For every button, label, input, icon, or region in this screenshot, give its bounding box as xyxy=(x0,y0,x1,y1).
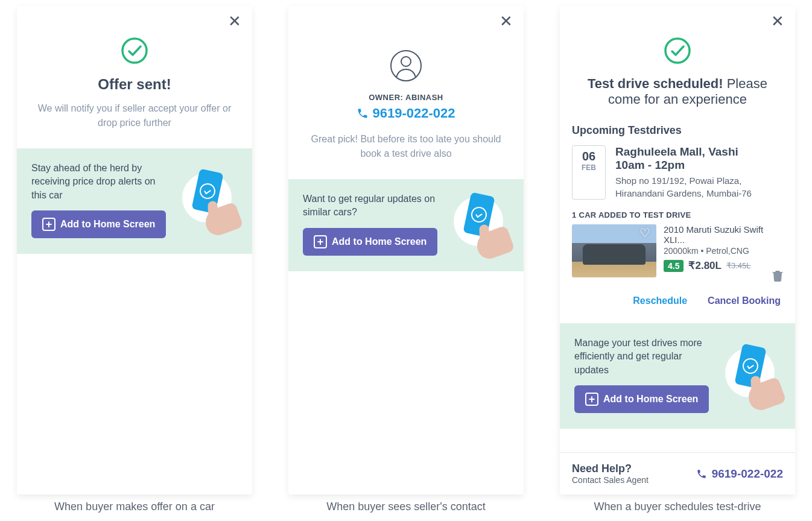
date-day: 06 xyxy=(573,150,605,163)
add-to-home-button[interactable]: + Add to Home Screen xyxy=(303,228,437,256)
add-to-home-button[interactable]: + Add to Home Screen xyxy=(31,210,166,238)
delete-button[interactable] xyxy=(772,270,783,283)
phone-link[interactable]: 9619-022-022 xyxy=(306,106,506,121)
price-current: ₹2.80L xyxy=(688,259,721,272)
close-button[interactable]: ✕ xyxy=(771,13,784,29)
upcoming-heading: Upcoming Testdrives xyxy=(572,124,783,137)
phone-icon xyxy=(696,469,707,479)
help-bar: Need Help? Contact Sales Agent 9619-022-… xyxy=(560,452,795,494)
testdrive-row: 06 FEB Raghuleela Mall, Vashi 10am - 12p… xyxy=(572,145,783,200)
promo-banner: Stay ahead of the herd by receiving pric… xyxy=(17,148,252,254)
car-thumbnail[interactable]: ♡ xyxy=(572,224,656,277)
header-section: Test drive scheduled! Please come for an… xyxy=(560,6,795,124)
cancel-booking-button[interactable]: Cancel Booking xyxy=(708,295,781,306)
close-button[interactable]: ✕ xyxy=(500,13,513,29)
phone-number: 9619-022-022 xyxy=(372,106,455,121)
hand-phone-illustration xyxy=(722,346,781,405)
cta-label: Add to Home Screen xyxy=(60,219,155,230)
add-to-home-button[interactable]: + Add to Home Screen xyxy=(574,385,709,413)
success-check-icon xyxy=(663,36,692,65)
help-phone-number: 9619-022-022 xyxy=(712,467,783,481)
card-title: Test drive scheduled! Please come for an… xyxy=(578,76,777,107)
card-subtitle: Great pick! But before its too late you … xyxy=(306,132,506,161)
hand-phone-illustration xyxy=(179,171,238,230)
promo-message: Want to get regular updates on similar c… xyxy=(303,192,443,219)
promo-banner: Want to get regular updates on similar c… xyxy=(288,179,524,271)
rating-badge: 4.5 xyxy=(664,260,684,272)
price-original: ₹3.45L xyxy=(726,261,751,270)
trash-icon xyxy=(772,270,783,282)
promo-message: Stay ahead of the herd by receiving pric… xyxy=(31,162,171,202)
plus-icon: + xyxy=(585,393,598,406)
action-row: Reschedule Cancel Booking xyxy=(572,277,783,317)
reschedule-button[interactable]: Reschedule xyxy=(633,295,687,306)
owner-label: OWNER: ABINASH xyxy=(306,93,506,102)
caption: When a buyer schedules test-drive xyxy=(560,500,795,513)
testdrive-location: Raghuleela Mall, Vashi xyxy=(615,145,783,159)
cta-label: Add to Home Screen xyxy=(603,394,698,405)
caption: When buyer sees seller's contact xyxy=(288,500,524,513)
promo-banner: Manage your test drives more efficiently… xyxy=(560,323,795,429)
close-icon: ✕ xyxy=(228,12,241,30)
svg-point-3 xyxy=(665,39,690,63)
car-title: 2010 Maruti Suzuki Swift XLI... xyxy=(664,224,783,245)
svg-point-0 xyxy=(122,39,147,63)
card-subtitle: We will notify you if seller accept your… xyxy=(35,101,234,130)
hand-phone-illustration xyxy=(450,194,509,253)
promo-message: Manage your test drives more efficiently… xyxy=(574,336,714,377)
help-phone-link[interactable]: 9619-022-022 xyxy=(696,467,783,481)
phone-icon xyxy=(357,107,369,119)
close-icon: ✕ xyxy=(500,12,513,30)
cta-label: Add to Home Screen xyxy=(332,236,427,247)
cars-added-label: 1 CAR ADDED TO TEST DRIVE xyxy=(572,210,783,219)
car-row: ♡ 2010 Maruti Suzuki Swift XLI... 20000k… xyxy=(572,224,783,277)
header-section: Offer sent! We will notify you if seller… xyxy=(17,6,252,148)
help-subtitle: Contact Sales Agent xyxy=(572,475,649,485)
testdrive-time: 10am - 12pm xyxy=(615,159,783,172)
card-title: Offer sent! xyxy=(35,76,234,93)
testdrive-address: Shop no 191/192, Powai Plaza, Hiranandan… xyxy=(615,174,783,200)
help-title: Need Help? xyxy=(572,463,649,475)
test-drive-card: ✕ Test drive scheduled! Please come for … xyxy=(560,6,795,494)
close-icon: ✕ xyxy=(771,12,784,30)
svg-point-2 xyxy=(401,57,411,66)
offer-sent-card: ✕ Offer sent! We will notify you if sell… xyxy=(17,6,252,494)
plus-icon: + xyxy=(42,218,56,231)
favorite-heart-icon[interactable]: ♡ xyxy=(639,226,655,241)
close-button[interactable]: ✕ xyxy=(228,13,241,29)
header-section: OWNER: ABINASH 9619-022-022 Great pick! … xyxy=(288,6,524,179)
seller-contact-card: ✕ OWNER: ABINASH 9619-022-022 Great pick… xyxy=(288,6,524,494)
caption: When buyer makes offer on a car xyxy=(17,500,252,513)
date-month: FEB xyxy=(573,163,605,172)
car-meta: 20000km • Petrol,CNG xyxy=(664,246,783,256)
plus-icon: + xyxy=(314,235,327,248)
upcoming-section: Upcoming Testdrives 06 FEB Raghuleela Ma… xyxy=(560,124,795,323)
user-avatar-icon xyxy=(390,49,422,82)
success-check-icon xyxy=(120,36,149,65)
title-bold: Test drive scheduled! xyxy=(588,76,723,91)
date-box: 06 FEB xyxy=(572,145,606,200)
